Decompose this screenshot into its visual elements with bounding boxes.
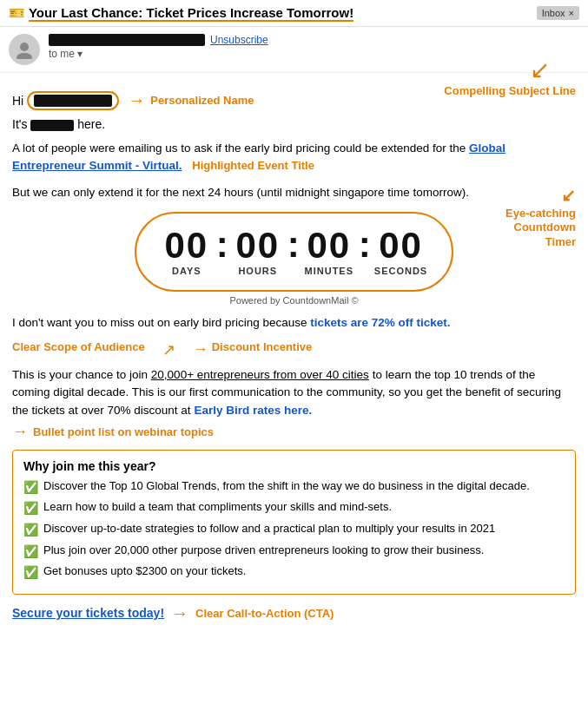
cta-link[interactable]: Secure your tickets today! — [12, 606, 164, 620]
days-value: 00 — [164, 227, 208, 264]
avatar — [9, 34, 40, 65]
bullet-annotation-label: Bullet point list on webinar topics — [33, 425, 214, 438]
colon3: : — [355, 224, 374, 266]
powered-by: Powered by CountdownMail © — [12, 295, 576, 306]
arrow-up-right-icon: ↗ — [162, 340, 175, 359]
hi-text: Hi — [12, 94, 23, 108]
unsubscribe-link[interactable]: Unsubscribe — [210, 34, 268, 46]
countdown-oval: 00 DAYS : 00 HOURS : 00 MINUTES : 00 SEC… — [135, 212, 453, 292]
inbox-badge[interactable]: Inbox × — [537, 6, 579, 20]
discount-prefix: I don't want you to miss out on early bi… — [12, 316, 307, 329]
bullet-text-5: Get bonuses upto $2300 on your tickets. — [43, 563, 246, 579]
bullet-text-1: Discover the Top 10 Global Trends, from … — [43, 478, 530, 494]
its-prefix: It's — [12, 117, 27, 131]
bullet-item-5: ✅ Get bonuses upto $2300 on your tickets… — [23, 563, 565, 582]
bullet-text-4: Plus join over 20,000 other purpose driv… — [43, 543, 484, 558]
arrow-right-icon: → — [128, 90, 145, 110]
checkmark-3: ✅ — [23, 522, 38, 539]
days-label: DAYS — [172, 266, 202, 276]
early-bird-link[interactable]: Early Bird rates here. — [194, 404, 312, 417]
arrow-up-right2-icon: → — [12, 423, 28, 441]
community-para: This is your chance to join 20,000+ entr… — [12, 366, 576, 419]
seconds-label: SECONDS — [374, 266, 427, 276]
minutes-value: 00 — [307, 227, 351, 264]
community-text1: This is your chance to join — [12, 368, 148, 381]
discount-para: I don't want you to miss out on early bi… — [12, 314, 576, 332]
bullet-annotation-row: → Bullet point list on webinar topics — [12, 423, 576, 441]
inbox-label: Inbox — [542, 8, 565, 18]
para1-area: A lot of people were emailing us to ask … — [12, 140, 576, 175]
name-oval — [27, 91, 119, 110]
svg-point-1 — [17, 53, 32, 59]
para1: A lot of people were emailing us to ask … — [12, 140, 576, 175]
ticket-icon: 🎫 — [9, 5, 25, 20]
bullet-box: Why join me this year? ✅ Discover the To… — [12, 450, 576, 595]
checkmark-1: ✅ — [23, 479, 38, 497]
checkmark-4: ✅ — [23, 543, 38, 561]
seconds-value: 00 — [379, 227, 423, 264]
personalized-name-label: Personalized Name — [150, 94, 254, 107]
minutes-segment: 00 MINUTES — [303, 227, 355, 276]
svg-point-0 — [20, 43, 29, 51]
scope-label: Clear Scope of Audience — [12, 340, 145, 353]
eyecatching-annotation: ↙ Eye-catchingCountdownTimer — [428, 184, 576, 251]
bullet-item-2: ✅ Learn how to build a team that complim… — [23, 499, 565, 517]
cta-row: Secure your tickets today! → Clear Call-… — [12, 603, 576, 623]
subject-text: Your Last Chance: Ticket Prices Increase… — [29, 5, 353, 22]
discount-annotations: Clear Scope of Audience ↗ → Discount Inc… — [12, 340, 576, 359]
community-underline: 20,000+ entrepreneurs from over 40 citie… — [151, 368, 369, 381]
discount-annotation-label: Discount Incentive — [212, 340, 313, 353]
name-black-bar — [34, 95, 112, 107]
days-segment: 00 DAYS — [161, 227, 213, 276]
colon2: : — [284, 224, 303, 266]
seconds-segment: 00 SECONDS — [374, 227, 427, 276]
para2-area: But we can only extend it for the next 2… — [12, 184, 576, 201]
person-icon — [15, 40, 34, 59]
checkmark-5: ✅ — [23, 564, 38, 582]
email-body: ↙ Compelling Subject Line Hi → Personali… — [0, 73, 588, 632]
minutes-label: MINUTES — [305, 266, 354, 276]
bullet-item-3: ✅ Discover up-to-date strategies to foll… — [23, 521, 565, 539]
colon1: : — [213, 224, 232, 266]
email-header: 🎫 Your Last Chance: Ticket Prices Increa… — [0, 0, 588, 27]
discount-area: I don't want you to miss out on early bi… — [12, 314, 576, 359]
highlighted-event-label: Highlighted Event Title — [192, 159, 314, 172]
hours-label: HOURS — [238, 266, 277, 276]
its-suffix: here. — [77, 117, 105, 131]
bullet-item-1: ✅ Discover the Top 10 Global Trends, fro… — [23, 478, 565, 497]
arrow-right2-icon: → — [193, 340, 208, 359]
checkmark-2: ✅ — [23, 500, 38, 517]
close-icon[interactable]: × — [569, 8, 574, 18]
bullet-item-4: ✅ Plus join over 20,000 other purpose dr… — [23, 543, 565, 561]
its-here-row: It's here. — [12, 117, 576, 131]
name-small-bar — [30, 120, 74, 131]
para1-prefix: A lot of people were emailing us to ask … — [12, 142, 466, 155]
discount-link[interactable]: tickets are 72% off ticket. — [310, 316, 450, 329]
hours-value: 00 — [235, 227, 280, 264]
greeting-row: Hi → Personalized Name — [12, 90, 576, 110]
bullet-title: Why join me this year? — [23, 459, 565, 473]
arrow-cta-icon: → — [171, 603, 188, 623]
email-subject: 🎫 Your Last Chance: Ticket Prices Increa… — [9, 5, 530, 21]
bullet-text-3: Discover up-to-date strategies to follow… — [43, 521, 495, 537]
sender-name-bar — [49, 34, 205, 46]
bullet-text-2: Learn how to build a team that complimen… — [43, 499, 392, 515]
cta-annotation-label: Clear Call-to-Action (CTA) — [195, 607, 334, 620]
community-area: This is your chance to join 20,000+ entr… — [12, 366, 576, 441]
hours-segment: 00 HOURS — [232, 227, 284, 276]
